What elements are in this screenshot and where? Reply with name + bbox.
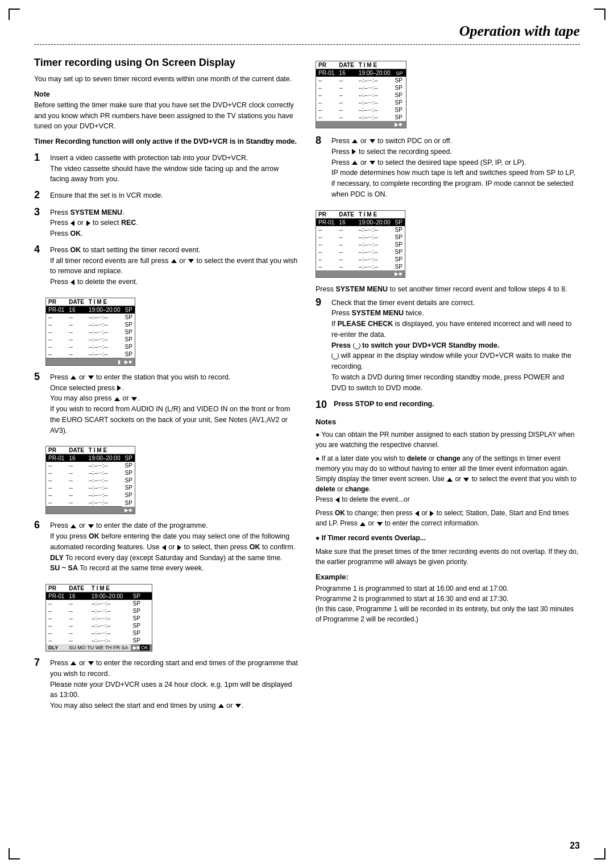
osd-table-3: PRDATET I M E PR-011619:00–20:00SP -----… — [45, 584, 152, 652]
note-text: Before setting the timer make sure that … — [34, 101, 294, 131]
step-8: 8 Press or to switch PDC on or off. Pres… — [316, 136, 580, 200]
corner-tl — [9, 9, 20, 20]
page-number: 23 — [570, 841, 580, 851]
step-4-number: 4 — [34, 244, 50, 256]
bold-note: Timer Recording function will only activ… — [34, 136, 298, 147]
note-label: Note — [34, 90, 50, 98]
step-3-number: 3 — [34, 206, 50, 219]
step-8-content: Press or to switch PDC on or off. Press … — [331, 136, 580, 200]
step-9: 9 Check that the timer event details are… — [316, 298, 580, 394]
col-right: PRDATET I M E PR-011619:00–20:00SP -----… — [316, 56, 580, 717]
page-title: Operation with tape — [34, 23, 580, 40]
step-4-content: Press OK to start setting the timer reco… — [50, 245, 298, 287]
section-title: Timer recording using On Screen Display — [34, 56, 298, 69]
osd-table-right-1: PRDATET I M E PR-011619:00–20:00SP -----… — [316, 61, 406, 128]
step-8-number: 8 — [316, 135, 331, 147]
overlap-text: Make sure that the preset times of the t… — [316, 546, 580, 567]
overlap-title: ● If Timer record events Overlap... — [316, 533, 580, 543]
step-10-content: Press STOP to end recording. — [334, 399, 434, 410]
example-text: Programme 1 is programmed to start at 16… — [316, 583, 580, 624]
section-intro: You may set up to seven timer record eve… — [34, 74, 298, 85]
step-10-number: 10 — [316, 399, 334, 411]
step-1-number: 1 — [34, 152, 50, 164]
two-col-layout: Timer recording using On Screen Display … — [34, 56, 580, 717]
note-item-2: ● If at a later date you wish to delete … — [316, 453, 580, 504]
corner-br — [594, 848, 605, 859]
step-1-content: Insert a video cassette with protection … — [50, 153, 298, 185]
osd-table-1: PRDATET I M E PR-011619:00–20:00SP -----… — [45, 298, 135, 366]
corner-bl — [9, 848, 20, 859]
example-title: Example: — [316, 573, 580, 581]
step-6-number: 6 — [34, 519, 50, 532]
step-2: 2 Ensure that the set is in VCR mode. — [34, 190, 298, 202]
step-5: 5 Press or to enter the station that you… — [34, 372, 298, 436]
corner-tr — [594, 9, 605, 20]
note-item-3: Press OK to change; then press or to sel… — [316, 508, 580, 528]
note-block: Note Before setting the timer make sure … — [34, 89, 298, 132]
notes-section: Notes ● You can obtain the PR number ass… — [316, 418, 580, 624]
step-3-content: Press SYSTEM MENU. Press or to select RE… — [50, 207, 298, 239]
step-7-content: Press or to enter the recording start an… — [50, 658, 298, 711]
step-1: 1 Insert a video cassette with protectio… — [34, 153, 298, 185]
header-divider — [34, 44, 580, 45]
step-2-number: 2 — [34, 189, 50, 202]
step-7: 7 Press or to enter the recording start … — [34, 658, 298, 711]
step-5-content: Press or to enter the station that you w… — [50, 372, 298, 436]
note-item-1: ● You can obtain the PR number assigned … — [316, 429, 580, 450]
step-6-content: Press or to enter the date of the progra… — [50, 520, 298, 574]
page-header: Operation with tape — [34, 23, 580, 40]
system-menu-line: Press SYSTEM MENU to set another timer r… — [316, 285, 580, 293]
osd-table-right-2: PRDATET I M E PR-011619:00–20:00SP -----… — [316, 210, 405, 278]
step-4: 4 Press OK to start setting the timer re… — [34, 245, 298, 287]
step-2-content: Ensure that the set is in VCR mode. — [50, 190, 298, 201]
step-6: 6 Press or to enter the date of the prog… — [34, 520, 298, 574]
step-5-number: 5 — [34, 371, 50, 383]
col-left: Timer recording using On Screen Display … — [34, 56, 298, 717]
step-10: 10 Press STOP to end recording. — [316, 399, 580, 411]
step-7-number: 7 — [34, 657, 50, 669]
osd-table-2: PRDATET I M E PR-011619:00–20:00SP -----… — [45, 446, 135, 514]
step-9-content: Check that the timer event details are c… — [331, 298, 580, 394]
page-container: Operation with tape Timer recording usin… — [0, 0, 614, 868]
step-3: 3 Press SYSTEM MENU. Press or to select … — [34, 207, 298, 239]
step-9-number: 9 — [316, 297, 331, 309]
notes-title: Notes — [316, 418, 580, 426]
